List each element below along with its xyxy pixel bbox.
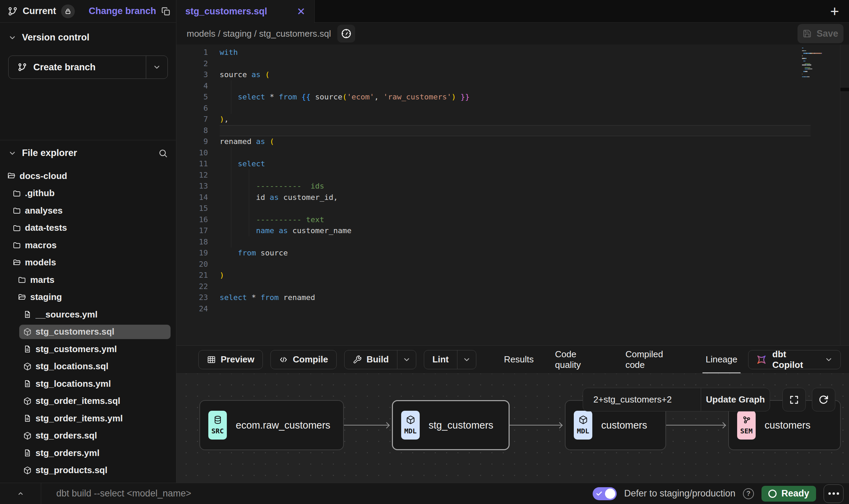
code-line[interactable]: 3 source as ( xyxy=(176,69,849,81)
build-dropdown[interactable] xyxy=(397,350,416,369)
more-options-button[interactable] xyxy=(824,484,844,503)
code-line[interactable]: 14 id as customer_id, xyxy=(176,192,849,203)
file-tree-item[interactable]: stg_locations.yml xyxy=(0,375,176,393)
collapse-panel-button[interactable] xyxy=(0,483,41,504)
file-tree-item[interactable]: __sources.yml xyxy=(0,306,176,323)
node-label: customers xyxy=(601,420,647,431)
file-tree-item[interactable]: stg_order_items.sql xyxy=(0,393,176,410)
search-icon[interactable] xyxy=(158,148,168,158)
code-line[interactable]: 11 select xyxy=(176,158,849,170)
file-type-icon xyxy=(23,362,32,371)
vertical-scrollbar[interactable] xyxy=(840,45,849,345)
fullscreen-button[interactable] xyxy=(782,388,806,411)
file-tree-item[interactable]: docs-cloud xyxy=(0,167,176,185)
ready-label: Ready xyxy=(781,488,809,499)
file-tree-item[interactable]: stg_orders.yml xyxy=(0,444,176,462)
file-tree-item[interactable]: stg_customers.sql xyxy=(0,323,176,341)
file-tree-item[interactable]: analyses xyxy=(0,202,176,219)
code-line[interactable]: 5 select * from {{ source('ecom', 'raw_c… xyxy=(176,92,849,103)
sidebar: Current Change branch Version control Cr… xyxy=(0,0,176,483)
dbt-copilot-button[interactable]: dbt Copilot xyxy=(748,350,841,369)
code-line[interactable]: 8 xyxy=(176,125,849,136)
file-name: stg_locations.sql xyxy=(36,361,108,372)
lineage-canvas[interactable]: SRC ecom.raw_customers MDL stg_customers xyxy=(176,374,849,483)
code-line[interactable]: 10 xyxy=(176,147,849,159)
indent-guide xyxy=(231,147,231,248)
code-line[interactable]: 15 xyxy=(176,203,849,214)
minimap[interactable] xyxy=(802,48,838,79)
close-icon[interactable]: ✕ xyxy=(297,7,305,17)
defer-toggle[interactable] xyxy=(593,487,617,500)
code-line[interactable]: 13 ---------- ids xyxy=(176,181,849,192)
change-branch-link[interactable]: Change branch xyxy=(89,6,156,16)
code-line[interactable]: 2 xyxy=(176,58,849,70)
code-text: select * from {{ source('ecom', 'raw_cus… xyxy=(220,92,470,103)
node-type-badge: MDL xyxy=(401,411,420,440)
panel-toolbar: Preview Compile Build xyxy=(176,345,849,374)
code-line[interactable]: 7 ), xyxy=(176,114,849,125)
code-editor[interactable]: 1 with 2 3 source as ( 4 5 xyxy=(176,45,849,345)
lineage-node[interactable]: MDL stg_customers xyxy=(392,400,510,450)
gauge-button[interactable] xyxy=(337,25,355,43)
code-line[interactable]: 9 renamed as ( xyxy=(176,136,849,147)
scrollbar-thumb[interactable] xyxy=(840,88,849,91)
file-tree-item[interactable]: marts xyxy=(0,271,176,289)
lint-dropdown[interactable] xyxy=(457,350,476,369)
file-tree-item[interactable]: .github xyxy=(0,185,176,202)
file-tree-item[interactable]: stg_order_items.yml xyxy=(0,410,176,427)
code-line[interactable]: 1 with xyxy=(176,47,849,58)
file-tree-item[interactable]: data-tests xyxy=(0,219,176,237)
compile-button[interactable]: Compile xyxy=(270,350,337,369)
file-name: stg_products.sql xyxy=(36,465,107,476)
file-tree-item[interactable]: macros xyxy=(0,237,176,254)
file-explorer-header[interactable]: File explorer xyxy=(0,148,176,158)
code-line[interactable]: 19 from source xyxy=(176,248,849,259)
panel-tab[interactable]: Compiled code xyxy=(615,346,695,373)
code-line[interactable]: 22 xyxy=(176,281,849,292)
create-branch-main[interactable]: Create branch xyxy=(9,56,146,79)
code-line[interactable]: 20 xyxy=(176,259,849,270)
version-control-header[interactable]: Version control xyxy=(8,32,168,43)
indent-guide xyxy=(231,80,231,114)
code-line[interactable]: 18 xyxy=(176,237,849,248)
file-tree-item[interactable]: stg_orders.sql xyxy=(0,427,176,445)
panel-tab-label: Results xyxy=(504,354,534,365)
lineage-node[interactable]: SRC ecom.raw_customers xyxy=(199,400,344,450)
panel-tab[interactable]: Results xyxy=(493,346,545,373)
create-branch-dropdown[interactable] xyxy=(146,56,167,79)
file-tree-item[interactable]: stg_locations.sql xyxy=(0,358,176,375)
create-branch-button[interactable]: Create branch xyxy=(8,56,168,79)
code-text: ---------- text xyxy=(220,214,324,226)
file-tree-item[interactable]: staging xyxy=(0,289,176,306)
line-number: 24 xyxy=(176,303,220,315)
code-line[interactable]: 12 xyxy=(176,170,849,181)
code-line[interactable]: 24 xyxy=(176,303,849,315)
tab-stg-customers[interactable]: stg_customers.sql ✕ xyxy=(176,0,315,23)
panel-tab[interactable]: Lineage xyxy=(695,346,748,373)
new-tab-button[interactable]: + xyxy=(820,0,849,22)
panel-tab[interactable]: Code quality xyxy=(544,346,615,373)
file-tree-item[interactable]: stg_customers.yml xyxy=(0,340,176,358)
update-graph-button[interactable]: Update Graph xyxy=(701,388,770,411)
lint-button[interactable]: Lint xyxy=(424,350,476,369)
code-line[interactable]: 23 select * from renamed xyxy=(176,292,849,303)
file-tree-item[interactable]: stg_products.sql xyxy=(0,462,176,479)
chevron-down-icon xyxy=(463,356,471,364)
file-tree-item[interactable]: models xyxy=(0,254,176,272)
code-line[interactable]: 4 xyxy=(176,81,849,92)
save-button[interactable]: Save xyxy=(798,24,844,43)
copy-icon[interactable] xyxy=(161,7,171,16)
code-line[interactable]: 6 xyxy=(176,103,849,114)
version-control-section: Version control Create branch xyxy=(0,23,176,140)
ready-status-badge[interactable]: Ready xyxy=(761,486,816,502)
code-line[interactable]: 17 name as customer_name xyxy=(176,225,849,237)
code-line[interactable]: 16 ---------- text xyxy=(176,214,849,226)
preview-button[interactable]: Preview xyxy=(198,350,263,369)
lineage-selector-input[interactable]: 2+stg_customers+2 xyxy=(583,388,701,411)
command-input[interactable]: dbt build --select <model_name> xyxy=(56,488,191,499)
code-line[interactable]: 21 ) xyxy=(176,270,849,281)
build-button[interactable]: Build xyxy=(344,350,416,369)
refresh-button[interactable] xyxy=(812,388,835,411)
code-icon xyxy=(279,355,288,364)
help-icon[interactable]: ? xyxy=(743,488,754,499)
